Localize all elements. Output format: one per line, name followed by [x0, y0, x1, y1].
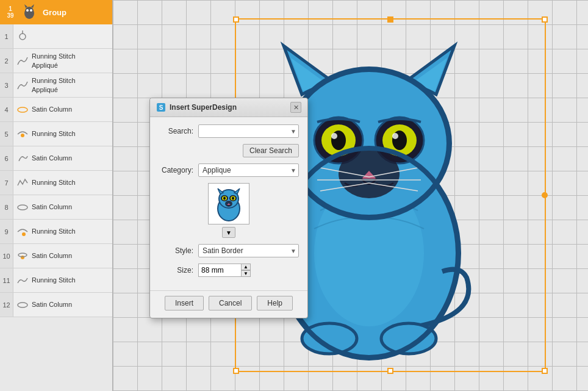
thumbnail-nav-down-button[interactable]: ▼	[222, 227, 235, 238]
stitch-icon-2	[13, 50, 32, 72]
size-increase-button[interactable]: ▲	[241, 264, 251, 270]
sidebar-header[interactable]: 1 39 Group	[0, 0, 112, 24]
stitch-icon-5	[13, 123, 32, 145]
sidebar-item-8[interactable]: 8 Satin Column	[0, 195, 112, 220]
svg-point-52	[223, 197, 226, 200]
item-5-label: Running Stitch	[32, 129, 76, 138]
stitch-icon-11	[13, 270, 32, 292]
dialog-footer: Insert Cancel Help	[150, 290, 307, 318]
svg-point-6	[20, 34, 26, 40]
svg-point-12	[21, 256, 24, 259]
size-input-wrap: ▲ ▼	[198, 264, 299, 277]
thumbnail-area: ▼	[159, 183, 299, 238]
svg-point-11	[22, 232, 26, 236]
sidebar-group-label: Group	[43, 8, 66, 17]
size-input[interactable]	[198, 264, 241, 277]
category-label: Category:	[159, 166, 198, 174]
svg-point-10	[18, 205, 27, 210]
sidebar-item-1[interactable]: 1	[0, 24, 112, 49]
sidebar: 1 39 Group 1 2 Running StitchAppli	[0, 0, 113, 391]
item-4-label: Satin Column	[32, 105, 72, 113]
svg-point-1	[25, 7, 34, 15]
cancel-button[interactable]: Cancel	[209, 296, 252, 310]
size-decrease-button[interactable]: ▼	[241, 270, 251, 277]
svg-point-8	[18, 107, 27, 112]
item-12-label: Satin Column	[32, 300, 72, 309]
style-dropdown-wrapper: Satin BorderRunning StitchApplique ▼	[198, 244, 299, 257]
stitch-icon-10	[13, 245, 32, 267]
svg-point-4	[26, 9, 29, 12]
sidebar-item-7[interactable]: 7 Running Stitch	[0, 171, 112, 195]
item-7-label: Running Stitch	[32, 178, 76, 187]
stitch-icon-6	[13, 148, 32, 170]
sidebar-item-3[interactable]: 3 Running StitchAppliqué	[0, 73, 112, 98]
size-label: Size:	[159, 266, 198, 274]
clear-search-row: Clear Search	[159, 144, 299, 157]
svg-text:S: S	[159, 104, 163, 111]
sidebar-item-6[interactable]: 6 Satin Column	[0, 146, 112, 171]
item-2-label: Running StitchAppliqué	[32, 52, 76, 70]
search-row: Search: ▼	[159, 124, 299, 138]
category-dropdown-wrapper: AppliqueAnimalsBorders ▼	[198, 163, 299, 177]
item-8-label: Satin Column	[32, 203, 72, 211]
stitch-icon-7	[13, 172, 32, 194]
insert-superdesign-dialog: S Insert SuperDesign ✕ Search: ▼ Clear S…	[149, 98, 308, 318]
search-input-wrapper: ▼	[198, 124, 299, 138]
insert-button[interactable]: Insert	[165, 296, 204, 310]
stitch-icon-3	[13, 74, 32, 96]
svg-point-14	[18, 303, 27, 307]
stitch-icon-1	[13, 26, 32, 48]
size-spinners: ▲ ▼	[241, 264, 251, 277]
sidebar-item-11[interactable]: 11 Running Stitch	[0, 268, 112, 293]
main-canvas: S Insert SuperDesign ✕ Search: ▼ Clear S…	[113, 0, 588, 391]
svg-point-30	[331, 133, 337, 139]
sidebar-item-4[interactable]: 4 Satin Column	[0, 98, 112, 122]
stitch-icon-8	[13, 196, 32, 218]
svg-point-53	[232, 197, 234, 200]
sidebar-item-12[interactable]: 12 Satin Column	[0, 293, 112, 317]
item-9-label: Running Stitch	[32, 227, 76, 235]
dialog-icon: S	[156, 102, 166, 112]
svg-point-31	[392, 133, 398, 139]
dialog-body: Search: ▼ Clear Search Category: Appliqu…	[150, 117, 307, 290]
sidebar-item-5[interactable]: 5 Running Stitch	[0, 122, 112, 146]
stitch-icon-4	[13, 99, 32, 121]
item-3-label: Running StitchAppliqué	[32, 76, 76, 94]
help-button[interactable]: Help	[257, 296, 293, 310]
item-6-label: Satin Column	[32, 154, 72, 162]
search-label: Search:	[159, 127, 198, 135]
style-dropdown[interactable]: Satin BorderRunning StitchApplique	[198, 244, 299, 257]
item-11-label: Running Stitch	[32, 276, 76, 284]
sidebar-item-10[interactable]: 10 Satin Column	[0, 244, 112, 268]
dialog-titlebar: S Insert SuperDesign ✕	[150, 98, 307, 117]
category-dropdown[interactable]: AppliqueAnimalsBorders	[198, 163, 299, 177]
style-label: Style:	[159, 246, 198, 255]
svg-point-9	[21, 134, 24, 137]
svg-point-5	[30, 9, 32, 12]
search-input[interactable]	[198, 124, 299, 138]
header-cat-icon	[20, 2, 39, 22]
clear-search-button[interactable]: Clear Search	[243, 144, 299, 157]
dialog-title: S Insert SuperDesign	[156, 102, 237, 112]
dialog-close-button[interactable]: ✕	[290, 102, 301, 113]
stitch-icon-9	[13, 221, 32, 243]
item-10-label: Satin Column	[32, 251, 72, 260]
size-row: Size: ▲ ▼	[159, 264, 299, 277]
sidebar-item-2[interactable]: 2 Running StitchAppliqué	[0, 49, 112, 73]
sidebar-item-9[interactable]: 9 Running Stitch	[0, 220, 112, 244]
category-row: Category: AppliqueAnimalsBorders ▼	[159, 163, 299, 177]
stitch-icon-12	[13, 294, 32, 316]
style-row: Style: Satin BorderRunning StitchAppliqu…	[159, 244, 299, 257]
design-thumbnail	[208, 183, 249, 224]
